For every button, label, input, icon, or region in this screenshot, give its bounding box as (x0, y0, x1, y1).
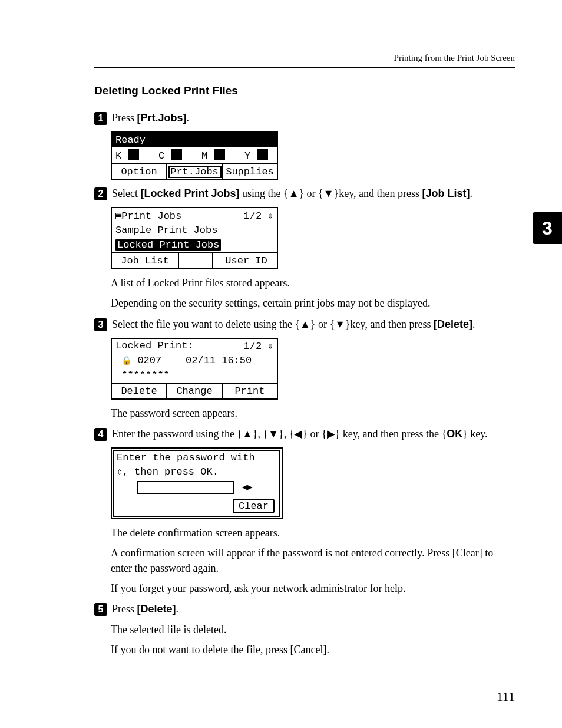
password-input[interactable] (137, 481, 234, 494)
step-text: Enter the password using the {▲}, {▼}, {… (112, 428, 447, 440)
step-key: [Delete] (137, 603, 176, 615)
lcd-password-screen: Enter the password with , then press OK.… (111, 447, 283, 519)
softkey-blank (179, 253, 213, 268)
step-number-icon: 3 (94, 318, 107, 331)
header-rule (94, 67, 515, 68)
softkey-supplies[interactable]: Supplies (223, 164, 277, 179)
lcd-print-jobs-screen: ▤Print Jobs 1/2 Sample Print Jobs Locked… (111, 207, 278, 269)
step-3: 3 Select the file you want to delete usi… (94, 317, 515, 332)
chapter-tab: 3 (533, 212, 562, 244)
softkey-delete[interactable]: Delete (112, 384, 167, 398)
lcd-locked-print-screen: Locked Print: 1/2 0207 02/11 16:50 *****… (111, 338, 278, 400)
step-text: . (187, 112, 190, 124)
lcd-softkeys: Job List User ID (112, 252, 277, 268)
lcd-softkeys: Option Prt.Jobs Supplies (112, 163, 277, 179)
body-paragraph: The password screen appears. (111, 406, 515, 421)
step-key: [Locked Print Jobs] (140, 187, 239, 199)
step-text: Press (112, 603, 137, 615)
step-number-icon: 4 (94, 428, 107, 441)
step-text: Select the file you want to delete using… (112, 318, 434, 330)
step-key: [Job List] (422, 187, 470, 199)
running-header: Printing from the Print Job Screen (94, 53, 515, 63)
step-key: [Delete] (434, 318, 472, 330)
step-2: 2 Select [Locked Print Jobs] using the {… (94, 186, 515, 201)
body-paragraph: The delete confirmation screen appears. (111, 525, 515, 541)
step-4: 4 Enter the password using the {▲}, {▼},… (94, 427, 515, 442)
step-number-icon: 5 (94, 603, 107, 616)
lcd-prompt: Enter the password with (114, 451, 279, 465)
body-paragraph: A confirmation screen will appear if the… (111, 545, 515, 576)
step-key: [Prt.Jobs] (137, 112, 187, 124)
lcd-page: 1/2 (244, 210, 262, 222)
step-text: . (470, 187, 473, 199)
softkey-user-id[interactable]: User ID (213, 253, 279, 268)
softkey-option[interactable]: Option (112, 164, 167, 179)
lcd-softkeys: Delete Change Print (112, 383, 277, 398)
lcd-title: Print Jobs (121, 210, 181, 222)
list-item[interactable]: Sample Print Jobs (112, 223, 277, 238)
list-item-selected[interactable]: Locked Print Jobs (112, 238, 277, 252)
softkey-print[interactable]: Print (223, 384, 277, 398)
softkey-job-list[interactable]: Job List (112, 253, 179, 268)
page-number: 111 (497, 689, 515, 704)
section-rule (94, 100, 515, 100)
lcd-status: Ready (112, 133, 277, 147)
body-paragraph: A list of Locked Print files stored appe… (111, 275, 515, 291)
list-icon: ▤ (115, 210, 121, 222)
lcd-title: Locked Print: (115, 340, 194, 351)
updown-icon (267, 341, 273, 352)
body-paragraph: The selected file is deleted. (111, 622, 515, 637)
body-paragraph: If you forget your password, ask your ne… (111, 581, 515, 596)
updown-icon (117, 466, 123, 477)
lcd-toner-row: K C M Y (112, 147, 277, 163)
section-title: Deleting Locked Print Files (94, 84, 515, 97)
lcd-prompt: , then press OK. (114, 465, 279, 479)
lock-icon (121, 355, 131, 366)
body-paragraph: Depending on the security settings, cert… (111, 295, 515, 311)
file-row[interactable]: 0207 02/11 16:50 (112, 353, 277, 368)
step-number-icon: 1 (94, 112, 107, 125)
leftright-icon: ◀▶ (242, 483, 253, 493)
step-key: OK (447, 428, 462, 440)
step-number-icon: 2 (94, 187, 107, 200)
file-mask: ******** (112, 368, 277, 383)
step-text: using the {▲} or {▼}key, and then press (240, 187, 422, 199)
softkey-prt-jobs[interactable]: Prt.Jobs (167, 164, 223, 179)
lcd-ready-screen: Ready K C M Y Option Prt.Jobs Supplies (111, 131, 278, 180)
step-text: Select (112, 187, 140, 199)
step-5: 5 Press [Delete]. (94, 602, 515, 617)
body-paragraph: If you do not want to delete the file, p… (111, 642, 515, 657)
updown-icon (267, 210, 273, 222)
step-text: Press (112, 112, 137, 124)
lcd-page: 1/2 (244, 341, 262, 352)
softkey-change[interactable]: Change (167, 384, 223, 398)
softkey-clear[interactable]: Clear (233, 499, 275, 513)
step-1: 1 Press [Prt.Jobs]. (94, 111, 515, 126)
